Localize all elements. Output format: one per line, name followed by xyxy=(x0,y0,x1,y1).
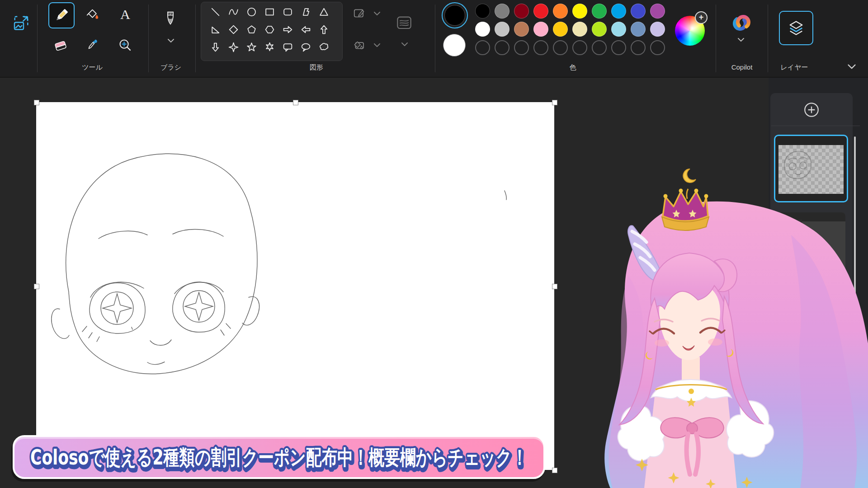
custom-color-slot-3[interactable] xyxy=(514,40,529,55)
palette-color-efe4b0[interactable] xyxy=(572,22,587,37)
palette-color-b97a57[interactable] xyxy=(514,22,529,37)
custom-color-slot-10[interactable] xyxy=(650,40,665,55)
copilot-chevron[interactable] xyxy=(737,38,745,42)
palette-color-00a2e8[interactable] xyxy=(611,4,626,19)
tool-pencil-button[interactable] xyxy=(48,2,75,28)
palette-color-880015[interactable] xyxy=(514,4,529,19)
shape-oval[interactable] xyxy=(242,3,260,21)
shape-outline-chevron[interactable] xyxy=(373,12,381,16)
canvas-handle-left-middle[interactable] xyxy=(34,284,39,289)
shape-callout-rounded[interactable] xyxy=(278,38,297,56)
custom-color-slot-2[interactable] xyxy=(495,40,509,55)
stroke-width-button[interactable] xyxy=(392,13,416,33)
custom-color-slot-7[interactable] xyxy=(592,40,607,55)
tool-text-button[interactable]: A xyxy=(114,3,137,26)
add-color-icon: + xyxy=(695,11,708,24)
canvas-handle-top-center[interactable] xyxy=(293,100,298,105)
shape-right-triangle-icon xyxy=(210,24,221,35)
shape-fill-chevron[interactable] xyxy=(373,43,381,47)
shape-curve[interactable] xyxy=(224,3,242,21)
layers-panel-scrollbar[interactable] xyxy=(854,136,856,484)
palette-color-c3c3c3[interactable] xyxy=(495,22,509,37)
shape-fill-button[interactable] xyxy=(349,37,370,53)
brush-tool-button[interactable] xyxy=(159,8,182,31)
color2-swatch[interactable] xyxy=(443,34,466,56)
shape-arrow-right[interactable] xyxy=(278,21,297,38)
shape-squiggle[interactable] xyxy=(206,56,224,61)
custom-color-slot-1[interactable] xyxy=(475,40,490,55)
palette-color-3f48cc[interactable] xyxy=(631,4,646,19)
palette-color-22b14c[interactable] xyxy=(592,4,607,19)
canvas-handle-top-right[interactable] xyxy=(552,100,557,105)
ribbon-collapse-chevron[interactable] xyxy=(847,64,856,70)
custom-color-slot-5[interactable] xyxy=(553,40,568,55)
tool-eyedropper-button[interactable] xyxy=(81,34,104,56)
shape-triangle[interactable] xyxy=(315,3,333,21)
shape-arrow-right-icon xyxy=(282,24,293,35)
shape-star-5[interactable] xyxy=(242,38,260,56)
canvas-handle-right-middle[interactable] xyxy=(552,284,557,289)
shape-rounded-rectangle[interactable] xyxy=(278,3,297,21)
palette-color-ffc90e[interactable] xyxy=(553,22,568,37)
palette-color-ffaec9[interactable] xyxy=(533,22,548,37)
paint-canvas[interactable] xyxy=(36,102,554,470)
palette-color-c8bfe7[interactable] xyxy=(650,22,665,37)
shape-pentagon[interactable] xyxy=(242,21,260,38)
shape-right-triangle[interactable] xyxy=(206,21,224,38)
custom-color-slot-4[interactable] xyxy=(533,40,548,55)
shape-arrow-down[interactable] xyxy=(206,38,224,56)
shape-arrow-left[interactable] xyxy=(297,21,315,38)
tool-fill-button[interactable] xyxy=(81,3,104,26)
copilot-button[interactable] xyxy=(730,12,753,34)
custom-color-slot-8[interactable] xyxy=(611,40,626,55)
shape-diamond[interactable] xyxy=(224,21,242,38)
shape-star-5-icon xyxy=(246,42,257,53)
palette-color-7f7f7f[interactable] xyxy=(495,4,509,19)
palette-color-ff7f27[interactable] xyxy=(553,4,568,19)
shape-callout-cloud[interactable] xyxy=(315,38,333,56)
canvas-handle-bottom-right[interactable] xyxy=(552,468,557,473)
shape-hexagon[interactable] xyxy=(260,21,278,38)
tools-group-label: ツール xyxy=(70,62,115,72)
layer-thumbnail-2[interactable] xyxy=(777,212,845,277)
layer-thumbnail-1[interactable] xyxy=(774,135,848,202)
shape-rectangle[interactable] xyxy=(260,3,278,21)
character-face xyxy=(659,282,720,360)
shape-outline-button[interactable] xyxy=(349,5,370,22)
brush-dropdown-chevron[interactable] xyxy=(167,39,175,43)
shape-callout-oval[interactable] xyxy=(297,38,315,56)
character-neck xyxy=(682,357,700,389)
palette-color-fff200[interactable] xyxy=(572,4,587,19)
stroke-width-chevron[interactable] xyxy=(401,42,408,47)
tool-eraser-button[interactable] xyxy=(49,34,72,56)
palette-color-000000[interactable] xyxy=(475,4,490,19)
pencil-icon xyxy=(54,8,69,23)
shape-outline-icon xyxy=(353,7,366,20)
shape-star-4[interactable] xyxy=(224,38,242,56)
color-wheel-button[interactable]: + xyxy=(675,16,705,46)
shape-arrow-up[interactable] xyxy=(315,21,333,38)
resize-image-button[interactable] xyxy=(10,12,33,34)
palette-color-b5e61d[interactable] xyxy=(592,22,607,37)
color1-swatch[interactable] xyxy=(442,2,468,28)
stroke-width-icon xyxy=(395,14,414,32)
custom-color-slot-6[interactable] xyxy=(572,40,587,55)
custom-color-slot-9[interactable] xyxy=(631,40,646,55)
palette-color-ed1c24[interactable] xyxy=(533,4,548,19)
layers-group-label: レイヤー xyxy=(765,62,824,72)
palette-color-ffffff[interactable] xyxy=(475,22,490,37)
shape-polygon[interactable] xyxy=(297,3,315,21)
palette-color-a349a4[interactable] xyxy=(650,4,665,19)
layers-panel-toggle-button[interactable] xyxy=(779,11,813,45)
shape-curve-small[interactable] xyxy=(224,56,242,61)
layer-thumbnail-3[interactable] xyxy=(777,291,845,357)
shape-star-6[interactable] xyxy=(260,38,278,56)
canvas-handle-top-left[interactable] xyxy=(34,100,39,105)
tool-magnifier-button[interactable] xyxy=(114,34,137,56)
palette-color-7092be[interactable] xyxy=(631,22,646,37)
paint-app-window: A ツール ブラシ xyxy=(0,0,868,488)
palette-color-99d9ea[interactable] xyxy=(611,22,626,37)
shape-line[interactable] xyxy=(206,3,224,21)
add-layer-button[interactable] xyxy=(804,102,819,117)
layers-icon xyxy=(787,19,805,37)
